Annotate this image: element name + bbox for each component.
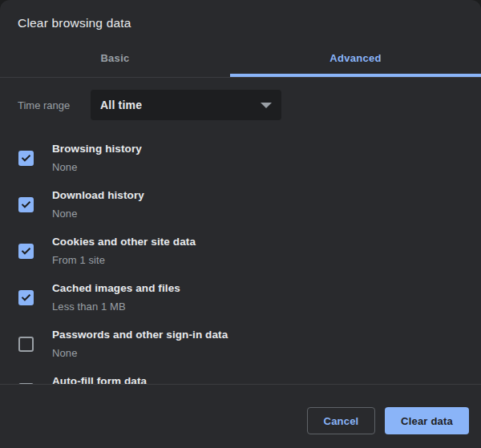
checkbox[interactable] bbox=[18, 383, 34, 385]
checkbox[interactable] bbox=[18, 244, 34, 259]
item-subtitle: Less than 1 MB bbox=[52, 301, 180, 313]
list-item-text: Auto-fill form data bbox=[52, 375, 147, 385]
item-title: Browsing history bbox=[52, 143, 142, 155]
tab-bar: Basic Advanced bbox=[0, 38, 481, 78]
list-item-text: Download history None bbox=[52, 189, 144, 220]
list-item: Cached images and files Less than 1 MB bbox=[0, 274, 481, 321]
time-range-select[interactable]: All time bbox=[91, 90, 281, 120]
dialog-title: Clear browsing data bbox=[18, 16, 131, 30]
item-subtitle: None bbox=[52, 347, 228, 359]
time-range-row: Time range All time bbox=[18, 90, 481, 120]
tab-advanced[interactable]: Advanced bbox=[230, 38, 481, 77]
item-title: Auto-fill form data bbox=[52, 375, 147, 385]
list-item: Cookies and other site data From 1 site bbox=[0, 228, 481, 274]
checkbox[interactable] bbox=[18, 151, 34, 166]
clear-data-button[interactable]: Clear data bbox=[385, 407, 469, 434]
check-icon bbox=[20, 292, 32, 304]
list-item-text: Passwords and other sign-in data None bbox=[52, 329, 228, 359]
list-item: Auto-fill form data bbox=[0, 367, 481, 385]
clear-browsing-data-dialog: Clear browsing data Basic Advanced Time … bbox=[0, 0, 481, 448]
check-icon bbox=[20, 199, 32, 211]
check-icon bbox=[20, 245, 32, 257]
checkbox[interactable] bbox=[18, 337, 34, 352]
list-item: Browsing history None bbox=[0, 135, 481, 181]
list-item-text: Cached images and files Less than 1 MB bbox=[52, 282, 180, 313]
item-title: Cached images and files bbox=[52, 282, 180, 294]
checkbox[interactable] bbox=[18, 197, 34, 212]
chevron-down-icon bbox=[261, 103, 272, 108]
item-subtitle: None bbox=[52, 208, 144, 220]
item-title: Download history bbox=[52, 189, 144, 201]
item-title: Passwords and other sign-in data bbox=[52, 329, 228, 341]
item-subtitle: None bbox=[52, 161, 142, 173]
time-range-value: All time bbox=[100, 99, 142, 111]
cancel-button[interactable]: Cancel bbox=[307, 407, 375, 434]
list-item-text: Browsing history None bbox=[52, 143, 142, 173]
checkbox[interactable] bbox=[18, 290, 34, 305]
list-item: Download history None bbox=[0, 181, 481, 228]
time-range-label: Time range bbox=[18, 99, 91, 111]
list-item-text: Cookies and other site data From 1 site bbox=[52, 236, 196, 266]
tab-basic[interactable]: Basic bbox=[0, 38, 230, 77]
item-subtitle: From 1 site bbox=[52, 254, 196, 266]
data-types-list: Browsing history None Download history N… bbox=[0, 135, 481, 385]
item-title: Cookies and other site data bbox=[52, 236, 196, 248]
list-item: Passwords and other sign-in data None bbox=[0, 321, 481, 367]
check-icon bbox=[20, 152, 32, 164]
